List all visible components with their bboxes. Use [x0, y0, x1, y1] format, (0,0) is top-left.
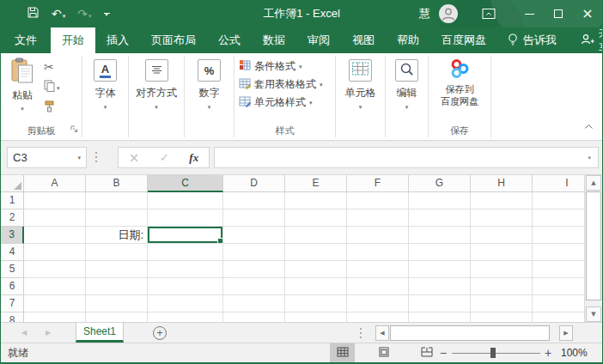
cell-D4[interactable]	[223, 244, 285, 261]
select-all-corner[interactable]	[1, 175, 24, 192]
column-header-G[interactable]: G	[409, 175, 471, 192]
cell-G2[interactable]	[409, 209, 471, 227]
cell-D1[interactable]	[223, 192, 285, 209]
cell-H7[interactable]	[471, 295, 533, 312]
sheet-nav-right-icon[interactable]: ▶	[46, 323, 51, 343]
cell-E3[interactable]	[285, 227, 347, 244]
cell-H1[interactable]	[471, 192, 533, 209]
row-header-5[interactable]: 5	[1, 261, 24, 278]
zoom-level[interactable]: 100%	[561, 343, 588, 362]
cell-F6[interactable]	[347, 278, 409, 295]
insert-function-icon[interactable]: fx	[189, 151, 198, 165]
sheet-tab-sheet1[interactable]: Sheet1	[76, 323, 124, 343]
tab-data[interactable]: 数据	[252, 27, 296, 53]
row-header-6[interactable]: 6	[1, 278, 24, 295]
cell-styles-button[interactable]: 单元格样式 ▾	[234, 94, 335, 112]
name-box[interactable]: C3 ▾	[7, 147, 87, 168]
column-header-E[interactable]: E	[285, 175, 347, 192]
share-button[interactable]: 共享	[567, 27, 603, 53]
name-box-caret-icon[interactable]: ▾	[77, 155, 81, 161]
tab-help[interactable]: 帮助	[386, 27, 430, 53]
conditional-formatting-button[interactable]: 条件格式 ▾	[234, 58, 335, 76]
cell-H6[interactable]	[471, 278, 533, 295]
row-header-3[interactable]: 3	[1, 227, 24, 244]
cell-B6[interactable]	[86, 278, 148, 295]
cell-G7[interactable]	[409, 295, 471, 312]
format-as-table-button[interactable]: 套用表格格式 ▾	[234, 76, 335, 94]
zoom-in-button[interactable]: +	[542, 343, 554, 362]
cell-E2[interactable]	[285, 209, 347, 227]
zoom-slider-thumb[interactable]	[490, 348, 496, 358]
cells-group-button[interactable]: 单元格 ▾	[336, 53, 385, 140]
cell-B1[interactable]	[86, 192, 148, 209]
row-header-7[interactable]: 7	[1, 295, 24, 312]
cell-G6[interactable]	[409, 278, 471, 295]
tab-file[interactable]: 文件	[1, 27, 51, 53]
cell-D3[interactable]	[223, 227, 285, 244]
cut-button[interactable]: ✂	[44, 58, 60, 76]
scroll-left-icon[interactable]: ◀	[375, 325, 389, 341]
horizontal-scrollbar-thumb[interactable]	[390, 325, 550, 341]
tab-home[interactable]: 开始	[51, 27, 95, 53]
cell-D7[interactable]	[223, 295, 285, 312]
redo-button[interactable]: ↷▾	[77, 6, 91, 21]
cell-D2[interactable]	[223, 209, 285, 227]
cell-C3[interactable]	[148, 227, 223, 244]
close-button[interactable]: ×	[573, 0, 602, 27]
ribbon-display-options-icon[interactable]	[482, 8, 496, 20]
format-painter-button[interactable]	[44, 100, 60, 117]
cell-G5[interactable]	[409, 261, 471, 278]
column-header-H[interactable]: H	[471, 175, 533, 192]
number-group-button[interactable]: % 数字 ▾	[185, 53, 234, 140]
tab-baidu-netdisk[interactable]: 百度网盘	[430, 27, 497, 53]
cell-E7[interactable]	[285, 295, 347, 312]
cell-F4[interactable]	[347, 244, 409, 261]
cell-E5[interactable]	[285, 261, 347, 278]
vertical-scrollbar-thumb[interactable]	[586, 191, 601, 300]
sheet-nav-left-icon[interactable]: ◀	[21, 323, 27, 343]
cell-H8[interactable]	[471, 312, 533, 322]
new-sheet-button[interactable]: +	[153, 326, 167, 340]
tab-insert[interactable]: 插入	[95, 27, 140, 53]
tab-page-layout[interactable]: 页面布局	[140, 27, 207, 53]
cell-D6[interactable]	[223, 278, 285, 295]
tell-me-box[interactable]: 告诉我	[497, 27, 567, 53]
cell-F8[interactable]	[347, 312, 409, 322]
cell-G4[interactable]	[409, 244, 471, 261]
confirm-entry-icon[interactable]: ✓	[160, 151, 169, 164]
column-header-D[interactable]: D	[223, 175, 285, 192]
cell-A5[interactable]	[24, 261, 86, 278]
column-header-F[interactable]: F	[347, 175, 409, 192]
formula-bar-input[interactable]: ▾	[214, 147, 599, 168]
cell-H5[interactable]	[471, 261, 533, 278]
cell-D5[interactable]	[223, 261, 285, 278]
cell-B7[interactable]	[86, 295, 148, 312]
cell-G3[interactable]	[409, 227, 471, 244]
formula-bar-drag-handle[interactable]	[95, 152, 97, 163]
cell-E8[interactable]	[285, 312, 347, 322]
vertical-scrollbar[interactable]: ▲ ▼	[584, 175, 602, 322]
cell-C7[interactable]	[148, 295, 223, 312]
cell-B8[interactable]	[86, 312, 148, 322]
cell-F5[interactable]	[347, 261, 409, 278]
expand-formula-bar-icon[interactable]: ▾	[588, 155, 591, 161]
cell-F7[interactable]	[347, 295, 409, 312]
cell-E4[interactable]	[285, 244, 347, 261]
save-to-baidu-button[interactable]: 保存到百度网盘	[429, 58, 490, 108]
clipboard-dialog-launcher-icon[interactable]	[70, 121, 78, 136]
cell-F2[interactable]	[347, 209, 409, 227]
cell-A8[interactable]	[24, 312, 86, 322]
normal-view-button[interactable]	[330, 343, 355, 362]
column-header-A[interactable]: A	[24, 175, 86, 192]
sheet-bar-splitter[interactable]	[360, 328, 362, 339]
alignment-group-button[interactable]: 对齐方式 ▾	[129, 53, 184, 140]
maximize-button[interactable]	[544, 0, 573, 27]
row-header-1[interactable]: 1	[1, 192, 24, 209]
row-header-4[interactable]: 4	[1, 244, 24, 261]
cell-H3[interactable]	[471, 227, 533, 244]
cell-A3[interactable]	[24, 227, 86, 244]
customize-qat-button[interactable]: ▾	[104, 13, 110, 15]
zoom-out-button[interactable]: −	[437, 343, 449, 362]
zoom-slider-track[interactable]	[452, 353, 540, 354]
copy-button[interactable]: ▾	[44, 79, 60, 96]
